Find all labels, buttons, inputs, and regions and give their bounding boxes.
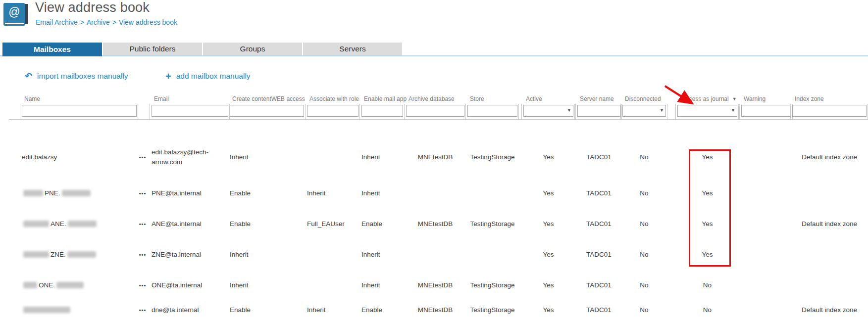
add-mailbox-link[interactable]: +add mailbox manually [165, 71, 251, 82]
cell-associate: Full_EAUser [307, 219, 358, 229]
redacted-text [23, 221, 49, 227]
cell-journal: No [677, 305, 737, 315]
filter-input-server[interactable] [579, 106, 620, 116]
tab-public-folders[interactable]: Public folders [103, 43, 202, 55]
import-mailboxes-link[interactable]: ↶import mailboxes manually [25, 71, 128, 82]
toolbar: ↶import mailboxes manually +add mailbox … [0, 71, 868, 83]
cell-mailapp: Enable [361, 305, 403, 315]
cell-email: ANE@ta.internal [152, 219, 228, 229]
filter-store[interactable] [467, 105, 517, 117]
name-text: ZNE. [51, 251, 66, 258]
breadcrumb-current[interactable]: View address book [119, 18, 177, 26]
column-header-server[interactable]: Server name [580, 95, 614, 102]
grid-line [305, 104, 306, 119]
filter-archivedb[interactable] [406, 105, 464, 117]
filter-email[interactable] [152, 105, 228, 117]
grid-line [667, 104, 667, 119]
column-header-indexzone[interactable]: Index zone [795, 95, 824, 102]
page-title: View address book [35, 0, 150, 15]
cell-name: ZNE. [22, 250, 137, 260]
tab-groups[interactable]: Groups [203, 43, 302, 55]
filter-input-name[interactable] [23, 106, 136, 116]
grid-line [20, 104, 20, 119]
dropdown-caret-icon[interactable]: ▼ [660, 108, 664, 113]
cell-email: dne@ta.internal [152, 305, 228, 315]
breadcrumb-separator: > [80, 18, 84, 26]
row-menu-icon[interactable]: ••• [136, 190, 150, 196]
row-menu-icon[interactable]: ••• [136, 307, 150, 313]
row-menu-icon[interactable]: ••• [136, 154, 150, 160]
filter-disconnected[interactable]: ▼ [622, 105, 666, 117]
breadcrumb-link-email-archive[interactable]: Email Archive [36, 18, 78, 26]
redacted-text [23, 190, 43, 196]
cell-mailapp: Inherit [361, 188, 403, 198]
column-header-active[interactable]: Active [526, 95, 542, 102]
column-header-disconnected[interactable]: Disconnected [625, 95, 661, 102]
filter-indexzone[interactable] [792, 105, 867, 117]
undo-arrow-icon: ↶ [25, 71, 32, 82]
cell-mailapp: Inherit [361, 152, 403, 162]
filter-input-contentweb[interactable] [231, 106, 304, 116]
column-header-email[interactable]: Email [154, 95, 169, 102]
column-header-associate[interactable]: Associate with role [309, 95, 359, 102]
grid-line [518, 104, 519, 119]
breadcrumb: Email Archive>Archive>View address book [36, 18, 177, 26]
column-header-store[interactable]: Store [470, 95, 484, 102]
filter-input-journal[interactable] [679, 106, 731, 116]
filter-input-mailapp[interactable] [363, 106, 403, 116]
book-stripe [5, 23, 24, 24]
filter-associate[interactable] [307, 105, 358, 117]
cell-name: PNE. [22, 188, 137, 198]
filter-contentweb[interactable] [230, 105, 304, 117]
grid-line [620, 104, 621, 119]
filter-active[interactable]: ▼ [523, 105, 573, 117]
tab-servers[interactable]: Servers [303, 43, 402, 55]
column-header-archivedb[interactable]: Archive database [408, 95, 455, 102]
filter-input-active[interactable] [525, 106, 567, 116]
sort-caret-icon[interactable]: ▼ [732, 96, 737, 101]
redacted-text [62, 190, 91, 196]
filter-server[interactable] [577, 105, 620, 117]
grid-line [621, 104, 622, 119]
grid-line [675, 104, 676, 119]
cell-email: ONE@ta.internal [152, 280, 228, 290]
column-header-contentweb[interactable]: Create contentWEB access [232, 95, 305, 102]
grid-line [575, 104, 576, 119]
filter-journal[interactable]: ▼ [677, 105, 737, 117]
filter-input-indexzone[interactable] [794, 106, 866, 116]
row-menu-icon[interactable]: ••• [136, 252, 150, 258]
column-header-journal[interactable]: Process as journal▼ [680, 95, 737, 102]
grid-line [465, 104, 466, 119]
filter-mailapp[interactable] [361, 105, 403, 117]
column-header-name[interactable]: Name [24, 95, 40, 102]
filter-input-store[interactable] [469, 106, 517, 116]
grid-line [228, 104, 228, 119]
dropdown-caret-icon[interactable]: ▼ [731, 108, 735, 113]
dropdown-caret-icon[interactable]: ▼ [567, 108, 571, 113]
row-menu-icon[interactable]: ••• [136, 221, 150, 227]
column-header-label: Disconnected [625, 95, 661, 102]
filter-input-warning[interactable] [743, 106, 791, 116]
filter-name[interactable] [22, 105, 137, 117]
cell-active: Yes [523, 219, 573, 229]
filter-input-archivedb[interactable] [408, 106, 464, 116]
cell-email: edit.balazsy@tech-arrow.com [152, 147, 228, 168]
filter-input-email[interactable] [153, 106, 228, 116]
cell-name: ANE. [22, 219, 137, 229]
column-header-label: Archive database [408, 95, 455, 102]
breadcrumb-link-archive[interactable]: Archive [87, 18, 110, 26]
filter-warning[interactable] [741, 105, 791, 117]
redacted-text [67, 251, 96, 258]
table-separator [9, 119, 868, 120]
grid-line [150, 104, 150, 119]
cell-disconnected: No [622, 188, 666, 198]
row-menu-icon[interactable]: ••• [136, 282, 150, 288]
book-cover: @ [3, 3, 25, 26]
column-header-warning[interactable]: Warning [744, 95, 766, 102]
filter-input-associate[interactable] [308, 106, 358, 116]
tab-mailboxes[interactable]: Mailboxes [2, 43, 102, 56]
filter-input-disconnected[interactable] [624, 106, 660, 116]
name-text: edit.balazsy [22, 153, 57, 161]
column-header-mailapp[interactable]: Enable mail app [364, 95, 407, 102]
column-header-label: Warning [744, 95, 766, 102]
